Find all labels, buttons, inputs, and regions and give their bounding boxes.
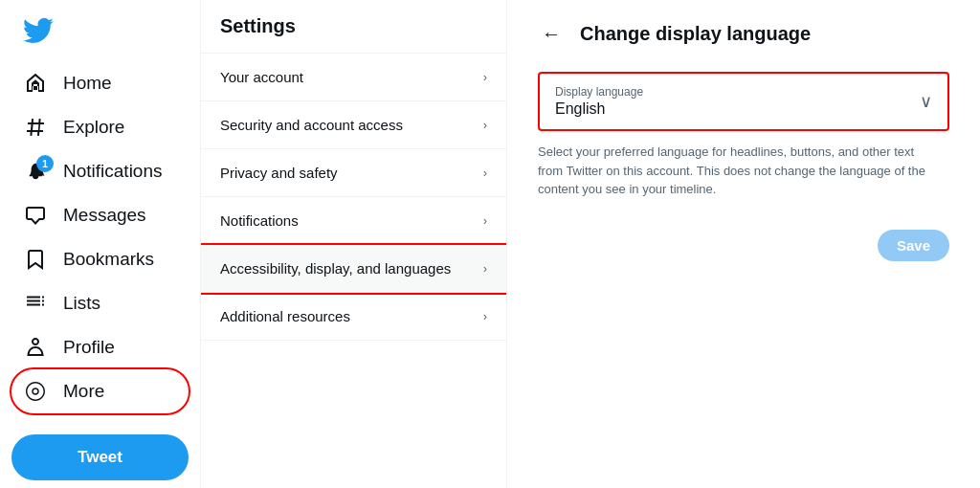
notifications-badge: 1: [36, 155, 54, 172]
back-icon: ←: [542, 23, 561, 45]
tweet-button[interactable]: Tweet: [11, 434, 189, 480]
home-icon: [23, 71, 48, 96]
settings-item-additional[interactable]: Additional resources ›: [201, 293, 506, 341]
more-icon: [23, 379, 48, 404]
chevron-icon: ›: [483, 261, 487, 276]
settings-item-security[interactable]: Security and account access ›: [201, 101, 506, 149]
settings-item-your-account-label: Your account: [220, 69, 303, 85]
sidebar-item-explore[interactable]: Explore: [11, 105, 189, 149]
save-area: Save: [538, 230, 949, 261]
messages-icon: [23, 203, 48, 228]
profile-icon: [23, 335, 48, 360]
settings-item-your-account[interactable]: Your account ›: [201, 54, 506, 101]
settings-header: Settings: [201, 0, 506, 54]
display-language-value: English: [555, 100, 643, 118]
chevron-down-icon: ∨: [920, 91, 932, 112]
sidebar: Home Explore 1 Notifications Messages: [0, 0, 201, 488]
main-content: ← Change display language Display langua…: [507, 0, 980, 488]
sidebar-item-lists[interactable]: Lists: [11, 281, 189, 325]
main-header: ← Change display language: [538, 19, 949, 49]
settings-item-privacy[interactable]: Privacy and safety ›: [201, 149, 506, 197]
chevron-icon: ›: [483, 309, 487, 323]
sidebar-item-more-label: More: [63, 381, 104, 402]
settings-item-notifications[interactable]: Notifications ›: [201, 197, 506, 245]
save-button[interactable]: Save: [878, 230, 949, 261]
lists-icon: [23, 291, 48, 316]
settings-item-notifications-label: Notifications: [220, 212, 299, 229]
sidebar-item-messages[interactable]: Messages: [11, 193, 189, 237]
chevron-icon: ›: [483, 166, 487, 180]
twitter-logo-icon: [23, 15, 54, 46]
bookmarks-icon: [23, 247, 48, 272]
sidebar-item-home[interactable]: Home: [11, 61, 189, 105]
display-language-inner: Display language English: [555, 85, 643, 118]
settings-panel: Settings Your account › Security and acc…: [201, 0, 507, 488]
explore-icon: [23, 115, 48, 140]
sidebar-item-home-label: Home: [63, 73, 112, 94]
settings-item-additional-label: Additional resources: [220, 308, 350, 324]
twitter-logo[interactable]: [11, 8, 189, 57]
settings-item-privacy-label: Privacy and safety: [220, 165, 338, 181]
page-title: Change display language: [580, 23, 811, 45]
sidebar-item-notifications[interactable]: 1 Notifications: [11, 149, 189, 193]
sidebar-item-bookmarks-label: Bookmarks: [63, 249, 154, 270]
display-language-dropdown[interactable]: Display language English ∨: [538, 72, 949, 131]
sidebar-item-profile[interactable]: Profile: [11, 325, 189, 369]
back-button[interactable]: ←: [538, 19, 565, 49]
sidebar-item-more[interactable]: More: [11, 369, 189, 413]
sidebar-item-bookmarks[interactable]: Bookmarks: [11, 237, 189, 281]
sidebar-item-messages-label: Messages: [63, 205, 146, 226]
chevron-icon: ›: [483, 70, 487, 84]
description-text: Select your preferred language for headl…: [538, 143, 940, 199]
settings-item-security-label: Security and account access: [220, 117, 403, 133]
sidebar-nav: Home Explore 1 Notifications Messages: [11, 61, 189, 423]
sidebar-item-profile-label: Profile: [63, 337, 115, 358]
display-language-label: Display language: [555, 85, 643, 99]
settings-item-accessibility-label: Accessibility, display, and languages: [220, 260, 451, 277]
chevron-icon: ›: [483, 118, 487, 132]
sidebar-item-lists-label: Lists: [63, 293, 100, 314]
chevron-icon: ›: [483, 213, 487, 228]
sidebar-item-notifications-label: Notifications: [63, 161, 163, 182]
settings-item-accessibility[interactable]: Accessibility, display, and languages ›: [201, 245, 506, 293]
sidebar-item-explore-label: Explore: [63, 117, 124, 138]
settings-list: Your account › Security and account acce…: [201, 54, 506, 488]
